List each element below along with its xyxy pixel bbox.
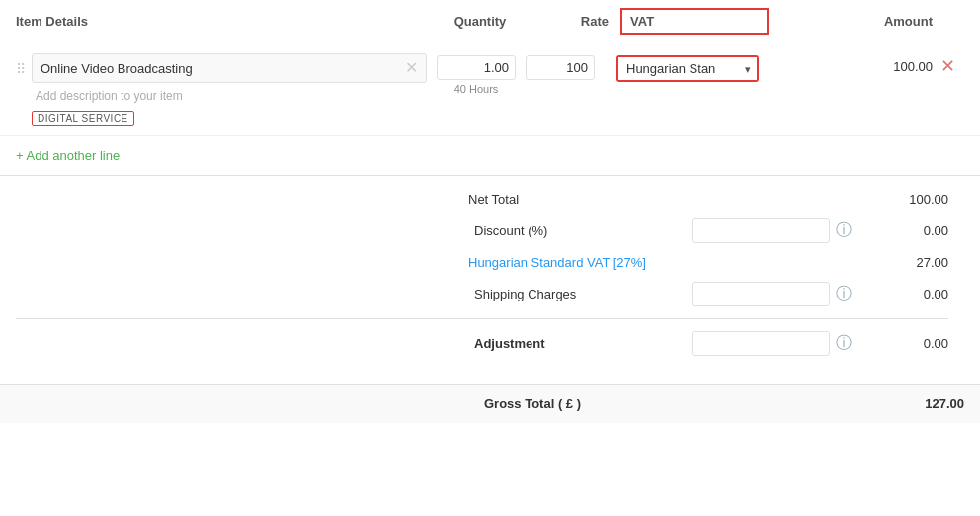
drag-handle-icon[interactable]: ⠿ xyxy=(16,61,26,77)
adjustment-row: Adjustment ⓘ 0.00 xyxy=(0,331,964,356)
line-item-row: ⠿ Online Video Broadcasting ✕ Add descri… xyxy=(0,43,980,136)
vat-value: 27.00 xyxy=(869,255,948,270)
header-rate: Rate xyxy=(530,14,609,29)
adjustment-input[interactable] xyxy=(692,331,830,356)
net-total-row: Net Total 100.00 xyxy=(0,192,964,207)
item-details-col: Online Video Broadcasting ✕ Add descript… xyxy=(32,53,427,126)
shipping-label: Shipping Charges xyxy=(474,287,692,301)
add-line-button[interactable]: + Add another line xyxy=(16,148,120,163)
net-total-value: 100.00 xyxy=(869,192,948,207)
totals-divider xyxy=(16,318,948,319)
shipping-input-wrapper: ⓘ xyxy=(692,282,869,306)
gross-total-label: Gross Total ( £ ) xyxy=(484,396,701,411)
line-amount: 100.00 xyxy=(776,53,933,74)
adjustment-label: Adjustment xyxy=(474,336,692,351)
table-header: Item Details Quantity Rate VAT Amount xyxy=(0,0,980,43)
clear-item-icon[interactable]: ✕ xyxy=(405,60,418,76)
shipping-input[interactable] xyxy=(692,282,830,306)
discount-value: 0.00 xyxy=(869,223,948,238)
add-line-row: + Add another line xyxy=(0,136,980,176)
discount-info-icon: ⓘ xyxy=(836,220,852,241)
adjustment-input-wrapper: ⓘ xyxy=(692,331,869,356)
item-name-wrapper: Online Video Broadcasting ✕ xyxy=(32,53,427,83)
quantity-input[interactable] xyxy=(437,55,516,80)
item-name: Online Video Broadcasting xyxy=(41,61,405,76)
discount-row: Discount (%) ⓘ 0.00 xyxy=(0,218,964,243)
discount-input[interactable] xyxy=(692,218,830,243)
discount-input-wrapper: ⓘ xyxy=(692,218,869,243)
vat-row: Hungarian Standard VAT [27%] 27.00 xyxy=(0,255,964,270)
vat-select[interactable]: Hungarian Stan xyxy=(618,57,757,80)
delete-line-button[interactable]: ✕ xyxy=(940,57,955,75)
discount-label: Discount (%) xyxy=(474,223,692,238)
header-item-details: Item Details xyxy=(16,14,431,29)
rate-col xyxy=(526,53,605,80)
quantity-unit: 40 Hours xyxy=(454,83,499,95)
adjustment-info-icon: ⓘ xyxy=(836,333,852,354)
vat-select-wrapper: Hungarian Stan ▾ xyxy=(616,55,759,82)
item-description: Add description to your item xyxy=(32,89,427,103)
quantity-col: 40 Hours xyxy=(427,53,526,95)
header-vat: VAT xyxy=(620,8,769,35)
header-amount: Amount xyxy=(769,14,933,29)
item-tag: Digital Service xyxy=(32,111,134,126)
shipping-row: Shipping Charges ⓘ 0.00 xyxy=(0,282,964,306)
shipping-info-icon: ⓘ xyxy=(836,284,852,304)
rate-input[interactable] xyxy=(526,55,595,80)
vat-col: Hungarian Stan ▾ xyxy=(616,53,776,82)
vat-label: Hungarian Standard VAT [27%] xyxy=(468,255,686,270)
adjustment-value: 0.00 xyxy=(869,336,948,351)
totals-section: Net Total 100.00 Discount (%) ⓘ 0.00 Hun… xyxy=(0,176,980,384)
net-total-label: Net Total xyxy=(468,192,686,207)
gross-total-row: Gross Total ( £ ) 127.00 xyxy=(0,384,980,423)
gross-total-value: 127.00 xyxy=(885,396,964,411)
shipping-value: 0.00 xyxy=(869,287,948,301)
line-delete-col: ✕ xyxy=(940,53,964,75)
header-quantity: Quantity xyxy=(431,14,530,29)
